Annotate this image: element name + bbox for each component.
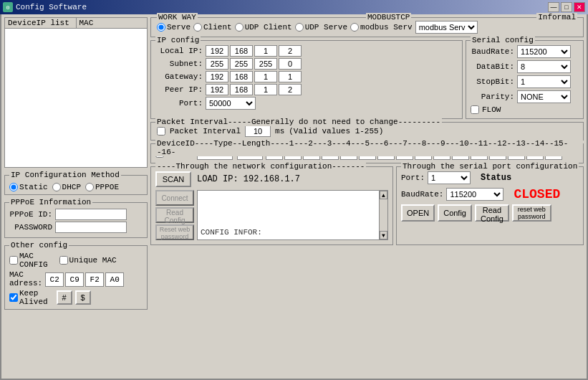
peer-ip-2[interactable] (230, 84, 253, 95)
scroll-down-arrow[interactable]: ▼ (380, 231, 387, 239)
mac-config-checkbox-label[interactable]: MACCONFIG (9, 252, 48, 269)
subnet-row: Subnet: (155, 58, 458, 70)
gateway-3[interactable] (254, 71, 277, 82)
static-radio-item[interactable]: Static (9, 183, 48, 191)
spc-reset-web-password-button[interactable]: reset webpassword (512, 204, 551, 222)
spc-port-select[interactable]: 1234 (428, 171, 471, 184)
client-radio[interactable] (193, 23, 202, 32)
pppoe-info-label: PPPoE Information (9, 198, 92, 206)
serial-port-config-label: Through the serial port configuration (401, 162, 579, 171)
pppoe-pw-input[interactable] (55, 222, 127, 233)
subnet-3[interactable] (254, 58, 277, 70)
connect-button[interactable]: Connect (155, 190, 194, 206)
subnet-4[interactable] (279, 58, 302, 70)
dhcp-radio-item[interactable]: DHCP (52, 183, 81, 191)
gateway-1[interactable] (206, 71, 228, 82)
subnet-1[interactable] (206, 58, 228, 70)
peer-ip-4[interactable] (279, 84, 302, 95)
gateway-label: Gateway: (155, 72, 206, 81)
net-main: Connect ReadConfig Reset webpassword CON… (155, 190, 388, 240)
bottom-row: ----Through the network configuration---… (150, 166, 584, 245)
udp-client-radio[interactable] (235, 23, 244, 32)
gateway-2[interactable] (230, 71, 253, 82)
baud-rate-label: BaudRate: (471, 47, 517, 56)
peer-ip-3[interactable] (254, 84, 277, 95)
hash-button[interactable]: # (57, 290, 72, 305)
local-ip-3[interactable] (254, 45, 277, 57)
client-radio-item[interactable]: Client (193, 23, 232, 32)
window-title: Config Software (16, 3, 548, 11)
modbus-radio-item[interactable]: modbus Serv (350, 23, 413, 32)
port-select[interactable]: 50000 (206, 97, 256, 110)
pppoe-info-box: PPPoE Information PPPoE ID: PASSWORD (4, 202, 148, 238)
static-radio[interactable] (9, 183, 18, 191)
spc-baud-rate-select[interactable]: 1152009600192003840057600 (446, 188, 503, 201)
dhcp-radio[interactable] (52, 183, 61, 191)
parity-select[interactable]: NONEODDEVEN (517, 90, 571, 103)
serve-radio-item[interactable]: Serve (157, 23, 191, 32)
close-button[interactable]: ✕ (574, 2, 585, 12)
udp-serve-radio-item[interactable]: UDP Serve (295, 23, 347, 32)
stop-bit-select[interactable]: 12 (517, 75, 571, 88)
modbus-dropdown[interactable]: modbus Serv (415, 21, 478, 34)
local-ip-2[interactable] (230, 45, 253, 57)
mac-octet-1: C2 (45, 272, 64, 287)
port-label: Port: (155, 99, 206, 108)
ip-config-box: IP config Local IP: Subnet: (150, 40, 463, 119)
udp-client-radio-item[interactable]: UDP Client (235, 23, 292, 32)
udp-serve-label: UDP Serve (305, 23, 347, 32)
other-config-box: Other config MACCONFIG Unique MAC MACadr… (4, 245, 148, 310)
pppoe-id-label: PPPoE ID: (9, 210, 52, 219)
read-config-button[interactable]: ReadConfig (155, 207, 194, 223)
reset-web-password-button[interactable]: Reset webpassword (155, 224, 194, 240)
gateway-4[interactable] (279, 71, 302, 82)
mac-octet-4: A0 (105, 272, 124, 287)
baud-rate-row: BaudRate: 1152009600192003840057600 (471, 45, 579, 58)
udp-client-label: UDP Client (245, 23, 292, 32)
modbus-radio[interactable] (350, 23, 359, 32)
scan-row: SCAN LOAD IP: 192.168.1.7 (155, 171, 388, 187)
keep-alive-label[interactable]: KeepAlived (9, 289, 48, 306)
mac-config-checkbox[interactable] (9, 256, 18, 265)
minimize-button[interactable]: — (548, 2, 559, 12)
keep-alive-checkbox[interactable] (9, 293, 18, 302)
scroll-up-arrow[interactable]: ▲ (380, 191, 387, 199)
spc-read-config-button[interactable]: ReadConfig (475, 204, 509, 222)
subnet-label: Subnet: (155, 60, 206, 68)
other-config-label: Other config (9, 241, 69, 250)
open-button[interactable]: OPEN (401, 204, 435, 222)
pppoe-radio-item[interactable]: PPPOE (85, 183, 119, 191)
baud-rate-select[interactable]: 1152009600192003840057600 (517, 45, 571, 58)
status-label: Status (481, 173, 511, 183)
packet-interval-checkbox[interactable] (157, 127, 165, 136)
flow-checkbox[interactable] (471, 105, 479, 114)
device-id-box: DeviceID----Type--Length----1---2---3---… (150, 143, 584, 163)
device-list-body[interactable] (5, 29, 147, 167)
spc-config-button[interactable]: Config (438, 204, 472, 222)
parity-label: Parity: (471, 92, 517, 101)
pppoe-radio[interactable] (85, 183, 94, 191)
udp-serve-radio[interactable] (295, 23, 304, 32)
scroll-track (380, 199, 387, 231)
pppoe-id-input[interactable] (55, 209, 127, 220)
unique-mac-label-item[interactable]: Unique MAC (59, 256, 117, 265)
keep-alive-row: KeepAlived # $ (9, 289, 143, 306)
subnet-2[interactable] (230, 58, 253, 70)
config-infor-scrollbar[interactable]: ▲ ▼ (379, 191, 387, 239)
local-ip-1[interactable] (206, 45, 228, 57)
serve-radio[interactable] (157, 23, 165, 32)
scan-button[interactable]: SCAN (155, 171, 191, 187)
work-way-box: WORK WAY MODBUSTCP Informal Serve Client… (150, 17, 584, 37)
ip-config-method-box: IP Configuration Method Static DHCP PPPO… (4, 175, 148, 195)
restore-button[interactable]: □ (561, 2, 572, 12)
local-ip-4[interactable] (279, 45, 302, 57)
dollar-button[interactable]: $ (75, 290, 91, 305)
packet-interval-input[interactable] (245, 125, 271, 137)
spc-port-row: Port: 1234 Status (401, 171, 579, 184)
unique-mac-checkbox[interactable] (59, 256, 68, 265)
data-bit-select[interactable]: 8765 (517, 60, 571, 73)
informal-label: Informal (536, 13, 577, 22)
pppoe-id-row: PPPoE ID: (9, 209, 143, 220)
peer-ip-1[interactable] (206, 84, 228, 95)
middle-row: IP config Local IP: Subnet: (150, 40, 584, 119)
